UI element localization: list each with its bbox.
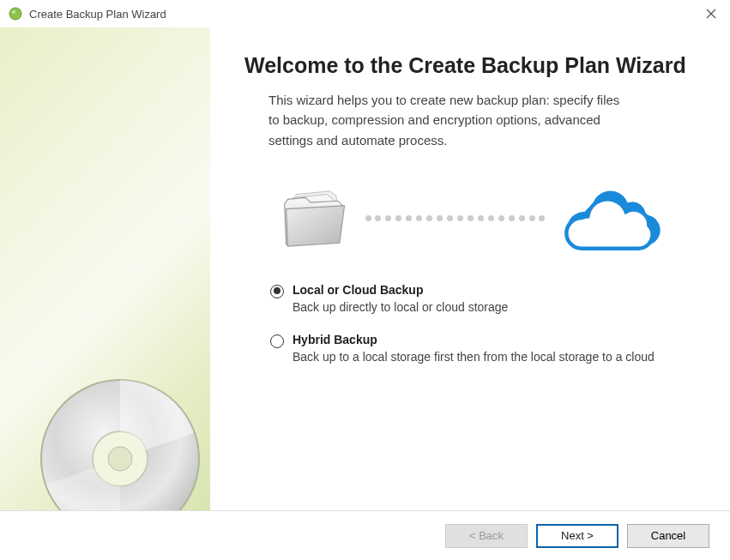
option-hybrid-backup[interactable]: Hybrid Backup Back up to a local storage…	[270, 333, 687, 364]
page-description: This wizard helps you to create new back…	[268, 90, 629, 150]
folder-icon	[280, 184, 353, 253]
option-local-cloud-backup[interactable]: Local or Cloud Backup Back up directly t…	[270, 283, 687, 314]
option-title: Hybrid Backup	[293, 333, 655, 346]
page-title: Welcome to the Create Backup Plan Wizard	[244, 53, 687, 78]
radio-local-cloud[interactable]	[270, 285, 284, 298]
backup-options: Local or Cloud Backup Back up directly t…	[270, 283, 687, 364]
titlebar: Create Backup Plan Wizard	[0, 0, 730, 27]
svg-point-1	[12, 10, 15, 14]
cancel-button[interactable]: Cancel	[627, 524, 709, 548]
option-title: Local or Cloud Backup	[293, 283, 508, 297]
sidebar-decorative	[0, 27, 210, 510]
option-description: Back up directly to local or cloud stora…	[293, 300, 508, 314]
illustration	[244, 184, 687, 253]
wizard-footer: < Back Next > Cancel	[0, 510, 730, 560]
back-button: < Back	[445, 524, 528, 548]
app-icon	[9, 7, 22, 21]
option-text: Hybrid Backup Back up to a local storage…	[293, 333, 655, 364]
window-title: Create Backup Plan Wizard	[29, 8, 166, 21]
cloud-icon	[558, 184, 661, 253]
main-area: Welcome to the Create Backup Plan Wizard…	[0, 27, 730, 510]
connection-dots	[361, 215, 550, 222]
disc-icon	[34, 373, 206, 510]
option-text: Local or Cloud Backup Back up directly t…	[293, 283, 508, 314]
content-pane: Welcome to the Create Backup Plan Wizard…	[210, 27, 730, 510]
close-button[interactable]	[703, 5, 720, 22]
next-button[interactable]: Next >	[536, 524, 618, 548]
option-description: Back up to a local storage first then fr…	[293, 350, 655, 364]
svg-point-6	[108, 447, 132, 471]
radio-hybrid[interactable]	[270, 334, 284, 348]
svg-point-0	[9, 8, 21, 20]
